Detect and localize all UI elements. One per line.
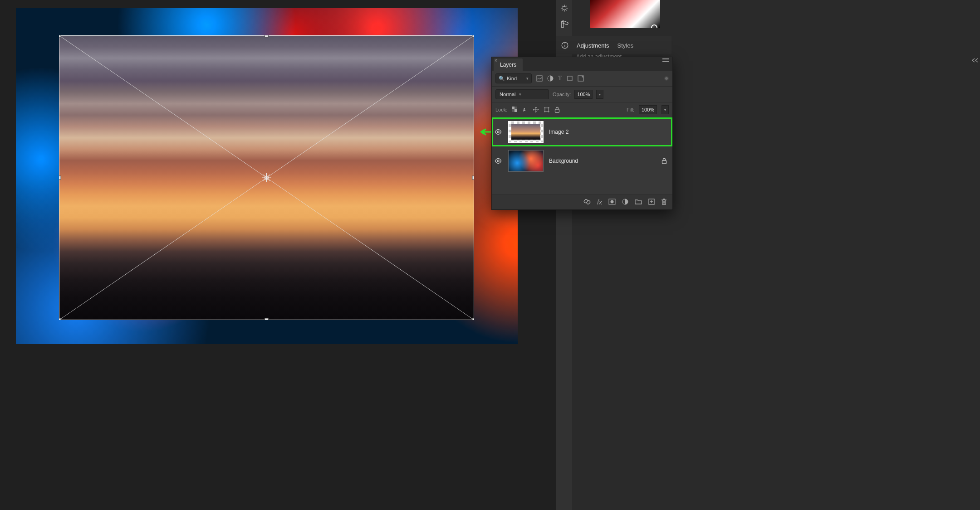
svg-rect-29: [512, 107, 514, 109]
svg-point-8: [563, 6, 566, 10]
svg-rect-33: [545, 108, 549, 112]
svg-rect-31: [514, 107, 517, 109]
lock-fill-row: Lock: Fill: 100% ▾: [492, 102, 672, 117]
layer-name[interactable]: Background: [549, 158, 578, 164]
filter-pixel-icon[interactable]: [536, 75, 543, 82]
adjustment-layer-icon[interactable]: [622, 199, 628, 206]
lock-label: Lock:: [495, 107, 507, 112]
filter-type-icons: T: [536, 75, 584, 82]
svg-rect-30: [514, 109, 517, 112]
document[interactable]: [16, 8, 518, 344]
chevron-down-icon: ▾: [519, 92, 521, 97]
properties-tab-row: Adjustments Styles: [556, 36, 671, 54]
fill-value-input[interactable]: 100%: [639, 105, 657, 114]
svg-line-15: [566, 6, 567, 7]
lock-artboard-icon[interactable]: [544, 107, 550, 113]
lock-transparency-icon[interactable]: [512, 107, 518, 113]
color-wheel-icon[interactable]: [556, 0, 573, 16]
opacity-value-input[interactable]: 100%: [574, 90, 593, 99]
layer-thumbnail[interactable]: [508, 150, 544, 172]
svg-rect-37: [662, 160, 666, 164]
layers-panel-footer: fx: [492, 194, 672, 209]
filter-kind-label: Kind: [507, 76, 517, 81]
svg-rect-32: [512, 109, 514, 112]
color-picker-preview[interactable]: [590, 0, 660, 28]
layer-row-background[interactable]: Background: [492, 146, 672, 175]
collapse-panels-icon[interactable]: [972, 58, 978, 63]
svg-point-36: [497, 160, 499, 162]
panel-menu-icon[interactable]: [662, 61, 669, 66]
filter-toggle-switch[interactable]: [664, 76, 669, 81]
layer-filter-row: 🔍 Kind ▾ T: [492, 71, 672, 87]
layer-locked-icon[interactable]: [662, 158, 667, 164]
close-panel-icon[interactable]: ×: [495, 58, 497, 63]
opacity-slider-toggle[interactable]: ▾: [596, 90, 603, 99]
layer-effects-icon[interactable]: fx: [597, 199, 602, 206]
svg-line-13: [562, 6, 563, 7]
lock-pixels-icon[interactable]: [522, 107, 528, 113]
lock-position-icon[interactable]: [533, 107, 539, 113]
panel-tabbar: × Layers: [492, 57, 672, 71]
svg-rect-34: [555, 109, 559, 112]
fill-label: Fill:: [627, 107, 634, 112]
layer-group-icon[interactable]: [635, 199, 642, 206]
svg-point-39: [611, 200, 614, 204]
svg-rect-25: [537, 76, 542, 81]
blend-mode-value: Normal: [500, 92, 515, 97]
tab-styles[interactable]: Styles: [617, 40, 633, 51]
canvas-workspace[interactable]: [0, 0, 556, 510]
blend-mode-select[interactable]: Normal ▾: [495, 89, 549, 99]
opacity-label: Opacity:: [553, 92, 571, 97]
lock-all-icon[interactable]: [554, 107, 560, 113]
layers-tab[interactable]: Layers: [494, 58, 523, 71]
layer-list: Image 2 Background: [492, 117, 672, 194]
link-layers-icon[interactable]: [583, 199, 591, 206]
filter-kind-select[interactable]: 🔍 Kind ▾: [495, 73, 532, 83]
info-icon[interactable]: [556, 41, 574, 49]
new-layer-icon[interactable]: [648, 199, 655, 206]
tab-adjustments[interactable]: Adjustments: [577, 40, 609, 51]
swatches-icon[interactable]: [556, 16, 573, 33]
search-icon: 🔍: [499, 76, 505, 82]
filter-type-icon[interactable]: T: [558, 75, 562, 82]
layer-visibility-toggle[interactable]: [495, 157, 503, 165]
layer-row-image-2[interactable]: Image 2: [492, 117, 672, 146]
layers-panel[interactable]: × Layers 🔍 Kind ▾ T Normal ▾ Opacity: 10…: [491, 57, 673, 210]
filter-smartobject-icon[interactable]: [578, 75, 584, 82]
layer-mask-icon[interactable]: [608, 199, 616, 206]
svg-rect-27: [568, 76, 572, 81]
delete-layer-icon[interactable]: [661, 199, 667, 206]
svg-point-24: [564, 44, 565, 44]
blend-opacity-row: Normal ▾ Opacity: 100% ▾: [492, 87, 672, 102]
filter-shape-icon[interactable]: [567, 75, 573, 82]
svg-line-16: [562, 10, 563, 10]
image-2-layer-content[interactable]: [59, 35, 474, 320]
svg-point-35: [497, 131, 499, 133]
tutorial-arrow-icon: [480, 128, 491, 136]
layer-thumbnail[interactable]: [508, 121, 544, 143]
layer-visibility-toggle[interactable]: [495, 128, 503, 136]
color-sample-ring-icon: [651, 24, 657, 28]
layer-name[interactable]: Image 2: [549, 129, 568, 135]
filter-adjustment-icon[interactable]: [547, 75, 554, 82]
fill-slider-toggle[interactable]: ▾: [662, 105, 669, 114]
svg-line-14: [566, 10, 567, 10]
chevron-down-icon: ▾: [526, 76, 529, 81]
